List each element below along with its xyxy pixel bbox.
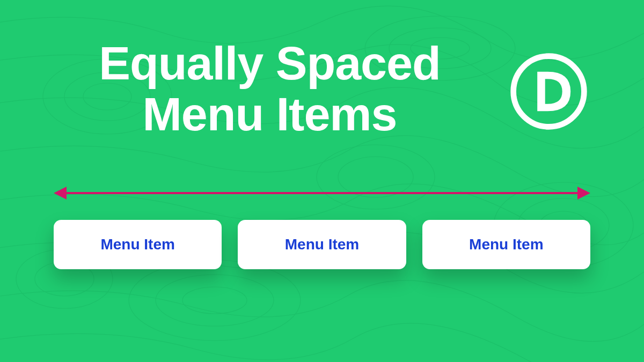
svg-marker-19 [577, 187, 590, 200]
menu-item[interactable]: Menu Item [54, 220, 222, 269]
title-line-1: Equally Spaced [99, 36, 440, 90]
menu-item[interactable]: Menu Item [238, 220, 406, 269]
menu-item-label: Menu Item [285, 236, 359, 253]
svg-point-11 [182, 287, 247, 314]
menu-item-label: Menu Item [469, 236, 543, 253]
title-line-2: Menu Items [142, 87, 397, 141]
menu-item[interactable]: Menu Item [422, 220, 590, 269]
menu-item-label: Menu Item [100, 236, 174, 253]
menu-row: Menu Item Menu Item Menu Item [54, 220, 590, 269]
svg-point-16 [514, 56, 584, 127]
svg-point-9 [129, 260, 301, 341]
svg-marker-18 [54, 187, 67, 200]
divi-logo-icon [507, 50, 590, 133]
width-arrow [54, 182, 590, 204]
svg-point-10 [156, 275, 274, 326]
page-title: Equally Spaced Menu Items [54, 38, 486, 139]
header-row: Equally Spaced Menu Items [54, 38, 590, 139]
